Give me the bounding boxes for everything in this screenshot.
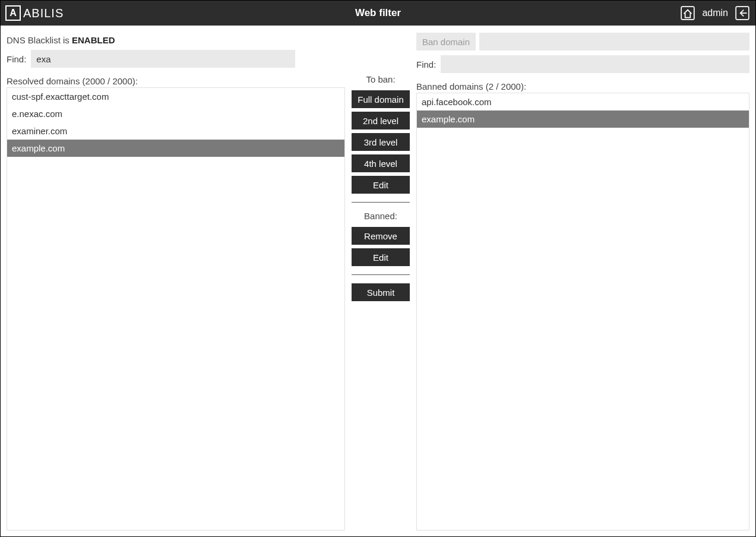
ban-full-domain-button[interactable]: Full domain [352, 90, 410, 108]
to-ban-label: To ban: [366, 74, 395, 84]
logout-icon[interactable] [734, 5, 751, 21]
ban-domain-input[interactable] [479, 33, 749, 50]
resolved-list-label: Resolved domains (2000 / 2000): [7, 76, 345, 86]
ban-3rd-level-button[interactable]: 3rd level [352, 133, 410, 151]
divider [352, 202, 410, 203]
current-user: admin [702, 8, 728, 18]
resolved-find-input[interactable] [31, 50, 295, 68]
banned-domain-item[interactable]: api.facebook.com [417, 93, 749, 110]
submit-button[interactable]: Submit [352, 283, 410, 301]
banned-domain-item[interactable]: example.com [417, 110, 749, 128]
ban-2nd-level-button[interactable]: 2nd level [352, 112, 410, 129]
ban-domain-button[interactable]: Ban domain [416, 33, 476, 50]
ban-edit-button[interactable]: Edit [352, 176, 410, 194]
resolved-domains-list[interactable]: cust-spf.exacttarget.come.nexac.comexami… [7, 87, 345, 530]
banned-section-label: Banned: [364, 211, 397, 221]
page-title: Web filter [355, 7, 401, 19]
resolved-find-label: Find: [7, 54, 26, 64]
home-icon[interactable] [679, 5, 696, 21]
banned-domains-list[interactable]: api.facebook.comexample.com [416, 93, 749, 530]
resolved-domain-item[interactable]: example.com [7, 140, 344, 157]
banned-find-input[interactable] [441, 55, 749, 73]
app-header: A ABILIS Web filter admin [1, 1, 755, 26]
brand-name: ABILIS [23, 7, 64, 20]
blacklist-status: DNS Blacklist is ENABLED [7, 31, 345, 45]
resolved-domain-item[interactable]: e.nexac.com [7, 105, 344, 122]
ban-4th-level-button[interactable]: 4th level [352, 154, 410, 172]
resolved-domain-item[interactable]: cust-spf.exacttarget.com [7, 88, 344, 105]
resolved-domain-item[interactable]: examiner.com [7, 122, 344, 140]
banned-list-label: Banned domains (2 / 2000): [416, 81, 749, 91]
banned-remove-button[interactable]: Remove [352, 227, 410, 245]
banned-find-label: Find: [416, 59, 436, 70]
brand: A ABILIS [5, 5, 64, 21]
brand-logo-icon: A [5, 5, 21, 21]
banned-edit-button[interactable]: Edit [352, 248, 410, 266]
divider [352, 274, 410, 275]
